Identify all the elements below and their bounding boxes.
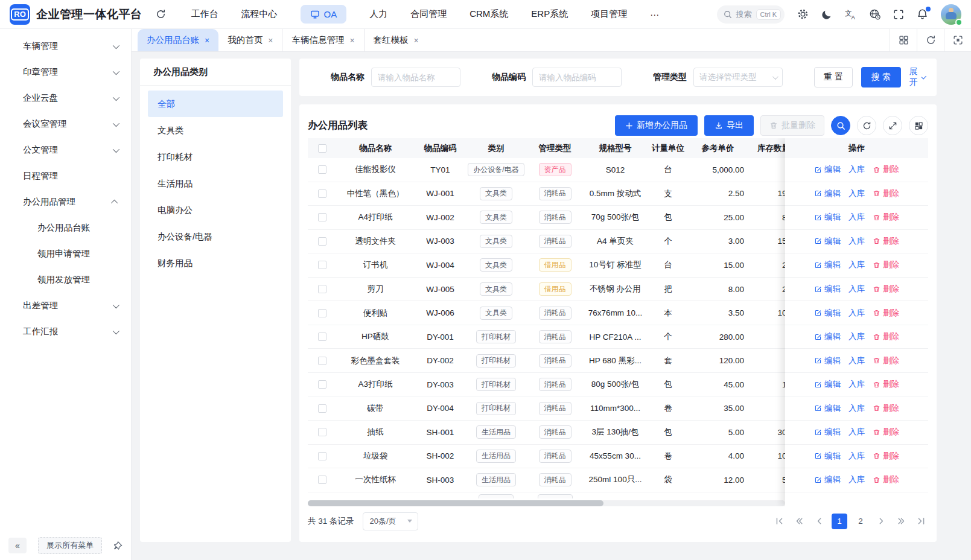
page-tab[interactable]: 办公用品台账 × (138, 29, 218, 51)
batch-delete-button[interactable]: 批量删除 (760, 115, 824, 136)
sidebar-item[interactable]: 工作汇报 (0, 319, 131, 345)
select-all-checkbox[interactable] (318, 144, 326, 153)
app-logo[interactable]: RO (10, 4, 30, 25)
sidebar-item[interactable]: 出差管理 (0, 293, 131, 319)
row-checkbox[interactable] (318, 476, 326, 484)
row-checkbox[interactable] (318, 285, 326, 293)
edit-button[interactable]: 编辑 (814, 212, 841, 223)
row-checkbox[interactable] (318, 165, 326, 174)
category-item[interactable]: 打印耗材 (148, 144, 283, 170)
nav-item[interactable]: ··· (650, 9, 659, 19)
translate-icon[interactable]: 文A (845, 8, 856, 20)
language-globe-icon[interactable] (869, 8, 880, 20)
mgmt-type-select[interactable]: 请选择管理类型 (693, 68, 783, 87)
export-button[interactable]: 导出 (704, 115, 754, 136)
stock-in-button[interactable]: 入库 (848, 331, 865, 342)
delete-button[interactable]: 删除 (873, 355, 899, 366)
expand-filters-link[interactable]: 展开 (909, 66, 925, 88)
collapse-sidebar-button[interactable]: « (8, 538, 27, 553)
sidebar-item[interactable]: 公文管理 (0, 137, 131, 163)
delete-button[interactable]: 删除 (873, 284, 899, 294)
stock-in-button[interactable]: 入库 (848, 164, 865, 175)
row-checkbox[interactable] (318, 213, 326, 221)
prev-jump-button[interactable] (792, 514, 806, 529)
edit-button[interactable]: 编辑 (814, 308, 841, 319)
delete-button[interactable]: 删除 (873, 379, 899, 390)
nav-item[interactable]: 流程中心 (241, 8, 278, 20)
refresh-page-icon[interactable] (917, 29, 944, 51)
stock-in-button[interactable]: 入库 (848, 284, 865, 294)
sidebar-item[interactable]: 企业云盘 (0, 85, 131, 111)
search-toggle-icon[interactable] (831, 116, 850, 135)
last-page-button[interactable] (914, 514, 928, 529)
delete-button[interactable]: 删除 (873, 474, 899, 485)
delete-button[interactable]: 删除 (873, 427, 899, 438)
close-icon[interactable]: × (349, 36, 354, 45)
stock-in-button[interactable]: 入库 (848, 403, 865, 414)
sidebar-item[interactable]: 办公用品管理 (0, 189, 131, 215)
dark-mode-moon-icon[interactable] (821, 9, 832, 20)
row-checkbox[interactable] (318, 452, 326, 460)
fullscreen-table-icon[interactable] (883, 116, 902, 135)
horizontal-scrollbar[interactable] (308, 500, 785, 506)
nav-item[interactable]: 工作台 (191, 8, 218, 20)
delete-button[interactable]: 删除 (873, 188, 899, 199)
nav-item[interactable]: ERP系统 (531, 8, 568, 20)
nav-item[interactable]: 项目管理 (591, 8, 627, 20)
edit-button[interactable]: 编辑 (814, 259, 841, 270)
page-number-button[interactable]: 2 (853, 514, 868, 529)
page-size-select[interactable]: 20条/页 (363, 512, 418, 530)
delete-button[interactable]: 删除 (873, 308, 899, 319)
show-all-menus-button[interactable]: 展示所有菜单 (38, 537, 102, 554)
delete-button[interactable]: 删除 (873, 164, 899, 175)
category-item[interactable]: 财务用品 (148, 250, 283, 276)
stock-in-button[interactable]: 入库 (848, 308, 865, 319)
stock-in-button[interactable]: 入库 (848, 236, 865, 247)
edit-button[interactable]: 编辑 (814, 355, 841, 366)
notifications-bell-icon[interactable] (917, 8, 928, 20)
search-button[interactable]: 搜 索 (861, 67, 901, 88)
grid-view-icon[interactable] (890, 29, 917, 51)
item-code-input[interactable] (532, 68, 622, 87)
column-settings-icon[interactable] (909, 116, 928, 135)
next-jump-button[interactable] (894, 514, 908, 529)
edit-button[interactable]: 编辑 (814, 451, 841, 462)
category-item[interactable]: 文具类 (148, 117, 283, 144)
scrollbar-thumb[interactable] (308, 500, 603, 506)
pin-icon[interactable] (113, 541, 123, 550)
row-checkbox[interactable] (318, 237, 326, 246)
nav-item[interactable]: OA (301, 5, 347, 24)
sidebar-item[interactable]: 车辆管理 (0, 33, 131, 59)
page-tab[interactable]: 套红模板 × (364, 29, 428, 51)
sidebar-item[interactable]: 会议室管理 (0, 111, 131, 137)
page-tab[interactable]: 我的首页 × (218, 29, 282, 51)
delete-button[interactable]: 删除 (873, 403, 899, 414)
row-checkbox[interactable] (318, 357, 326, 365)
stock-in-button[interactable]: 入库 (848, 427, 865, 438)
edit-button[interactable]: 编辑 (814, 331, 841, 342)
sidebar-item[interactable]: 印章管理 (0, 59, 131, 85)
first-page-button[interactable] (772, 514, 786, 529)
delete-button[interactable]: 删除 (873, 331, 899, 342)
sidebar-item[interactable]: 领用申请管理 (0, 241, 131, 267)
sidebar-item[interactable]: 日程管理 (0, 163, 131, 189)
reset-button[interactable]: 重 置 (814, 67, 853, 88)
add-supply-button[interactable]: 新增办公用品 (615, 115, 698, 136)
row-checkbox[interactable] (318, 428, 326, 436)
stock-in-button[interactable]: 入库 (848, 212, 865, 223)
delete-button[interactable]: 删除 (873, 236, 899, 247)
settings-gear-icon[interactable] (797, 8, 809, 20)
row-checkbox[interactable] (318, 404, 326, 413)
stock-in-button[interactable]: 入库 (848, 355, 865, 366)
close-icon[interactable]: × (205, 36, 209, 45)
edit-button[interactable]: 编辑 (814, 164, 841, 175)
refresh-icon[interactable] (156, 9, 166, 19)
edit-button[interactable]: 编辑 (814, 236, 841, 247)
sidebar-item[interactable]: 办公用品台账 (0, 215, 131, 241)
edit-button[interactable]: 编辑 (814, 188, 841, 199)
global-search-input[interactable]: 搜索 Ctrl K (717, 5, 785, 24)
category-item[interactable]: 电脑办公 (148, 197, 283, 223)
nav-item[interactable]: 人力 (369, 8, 387, 20)
category-item[interactable]: 全部 (148, 91, 283, 117)
edit-button[interactable]: 编辑 (814, 284, 841, 294)
